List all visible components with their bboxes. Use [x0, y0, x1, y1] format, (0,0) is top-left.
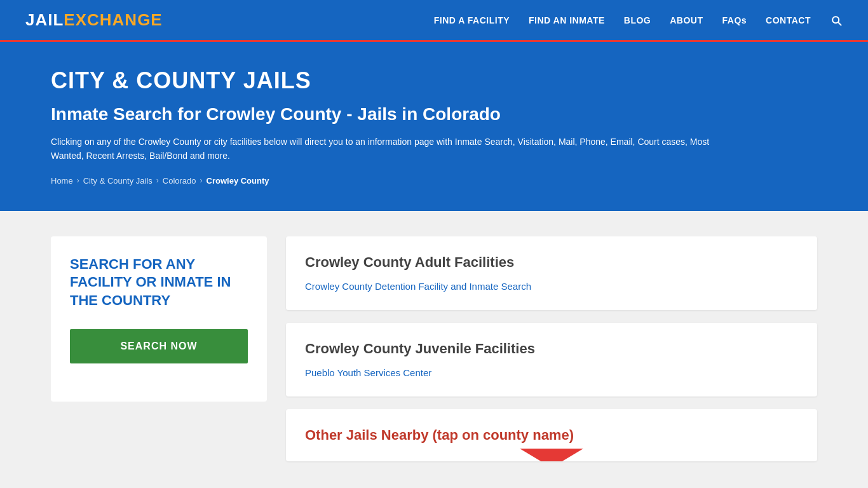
header-search-button[interactable]: [830, 14, 843, 27]
nav-faqs[interactable]: FAQs: [722, 15, 747, 25]
logo-exchange: EXCHANGE: [64, 10, 162, 30]
juvenile-facility-link[interactable]: Pueblo Youth Services Center: [305, 367, 431, 378]
page-title: CITY & COUNTY JAILS: [51, 67, 817, 94]
adult-facilities-title: Crowley County Adult Facilities: [305, 254, 798, 271]
sidebar-cta-text: SEARCH FOR ANY FACILITY OR INMATE IN THE…: [70, 255, 248, 310]
search-sidebar: SEARCH FOR ANY FACILITY OR INMATE IN THE…: [51, 236, 267, 402]
nearby-jails-title: Other Jails Nearby (tap on county name): [305, 427, 798, 444]
nav-find-facility[interactable]: FIND A FACILITY: [434, 15, 510, 25]
adult-facilities-card: Crowley County Adult Facilities Crowley …: [286, 236, 817, 310]
breadcrumb-city-county[interactable]: City & County Jails: [83, 176, 153, 186]
breadcrumb-state[interactable]: Colorado: [163, 176, 196, 186]
main-content: SEARCH FOR ANY FACILITY OR INMATE IN THE…: [0, 211, 868, 487]
breadcrumb-sep-2: ›: [156, 176, 159, 185]
breadcrumb: Home › City & County Jails › Colorado › …: [51, 176, 817, 186]
facilities-list: Crowley County Adult Facilities Crowley …: [286, 236, 817, 461]
nav-blog[interactable]: BLOG: [624, 15, 651, 25]
search-icon: [830, 14, 843, 27]
juvenile-facilities-card: Crowley County Juvenile Facilities Puebl…: [286, 323, 817, 396]
site-header: JAILEXCHANGE FIND A FACILITY FIND AN INM…: [0, 0, 868, 42]
page-subtitle: Inmate Search for Crowley County - Jails…: [51, 104, 817, 125]
nav-find-inmate[interactable]: FIND AN INMATE: [529, 15, 605, 25]
breadcrumb-home[interactable]: Home: [51, 176, 73, 186]
hero-section: CITY & COUNTY JAILS Inmate Search for Cr…: [0, 42, 868, 211]
detention-facility-link[interactable]: Crowley County Detention Facility and In…: [305, 281, 531, 292]
red-arrow-decoration: [520, 449, 583, 461]
main-nav: FIND A FACILITY FIND AN INMATE BLOG ABOU…: [434, 14, 843, 27]
logo-jail: JAIL: [25, 10, 64, 30]
hero-description: Clicking on any of the Crowley County or…: [51, 135, 718, 163]
breadcrumb-current: Crowley County: [207, 176, 269, 186]
breadcrumb-sep-3: ›: [200, 176, 203, 185]
logo-link[interactable]: JAILEXCHANGE: [25, 10, 163, 30]
nearby-jails-card: Other Jails Nearby (tap on county name): [286, 409, 817, 461]
search-now-button[interactable]: SEARCH NOW: [70, 329, 248, 363]
breadcrumb-sep-1: ›: [77, 176, 79, 185]
nav-contact[interactable]: CONTACT: [766, 15, 811, 25]
nav-about[interactable]: ABOUT: [670, 15, 703, 25]
juvenile-facilities-title: Crowley County Juvenile Facilities: [305, 341, 798, 357]
